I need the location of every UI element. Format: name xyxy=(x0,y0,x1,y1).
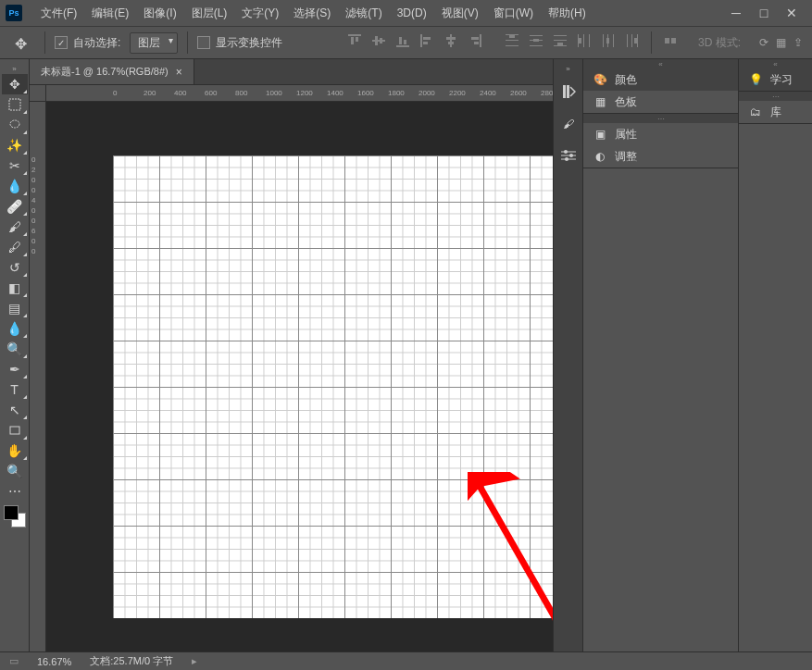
show-transform-checkbox[interactable] xyxy=(197,36,210,49)
panel-label: 学习 xyxy=(770,72,793,88)
statusbar: ▭ 16.67% 文档:25.7M/0 字节 ▸ xyxy=(0,651,812,670)
current-tool-icon[interactable] xyxy=(9,32,35,53)
menu-layer[interactable]: 图层(L) xyxy=(184,2,235,25)
d3-mode-label: 3D 模式: xyxy=(698,35,741,51)
move-tool[interactable]: ✥ xyxy=(2,74,28,94)
minimize-button[interactable]: ─ xyxy=(729,6,743,20)
distribute-vcenter-icon[interactable] xyxy=(527,31,545,50)
crop-tool[interactable]: ✂ xyxy=(2,155,28,176)
hand-tool[interactable]: ✋ xyxy=(2,440,28,461)
d3-pan-icon[interactable]: ▦ xyxy=(776,36,786,49)
distribute-bottom-icon[interactable] xyxy=(551,31,569,50)
svg-rect-30 xyxy=(578,34,579,47)
palette-icon: 🎨 xyxy=(593,72,607,87)
distribute-top-icon[interactable] xyxy=(503,31,521,50)
type-tool[interactable]: T xyxy=(2,379,28,400)
align-left-icon[interactable] xyxy=(418,31,436,50)
panel-drag-handle[interactable]: ⋯ xyxy=(739,92,812,101)
distribute-right-icon[interactable] xyxy=(623,31,642,50)
settings-panel-icon[interactable] xyxy=(556,143,581,168)
svg-rect-33 xyxy=(579,38,581,43)
menu-edit[interactable]: 编辑(E) xyxy=(84,2,136,25)
brush-tool[interactable]: 🖌 xyxy=(2,217,28,237)
lasso-tool[interactable] xyxy=(2,115,28,135)
magic-wand-tool[interactable]: ✨ xyxy=(2,135,28,155)
align-top-icon[interactable] xyxy=(345,31,364,50)
align-vcenter-icon[interactable] xyxy=(369,31,388,50)
foreground-color-swatch[interactable] xyxy=(4,505,19,520)
pen-tool[interactable]: ✒ xyxy=(2,359,28,379)
auto-align-icon[interactable] xyxy=(661,31,680,50)
align-hcenter-icon[interactable] xyxy=(442,31,460,50)
adjustments-icon: ◐ xyxy=(593,149,607,164)
svg-rect-3 xyxy=(372,40,385,42)
color-panel-tab[interactable]: 🎨颜色 xyxy=(583,68,738,91)
maximize-button[interactable]: □ xyxy=(756,6,771,20)
menu-view[interactable]: 视图(V) xyxy=(434,2,486,25)
divider xyxy=(651,31,652,54)
share-icon[interactable]: ⇪ xyxy=(793,36,803,49)
panel-collapse-handle[interactable]: » xyxy=(0,63,29,74)
brush-panel-icon[interactable]: 🖌 xyxy=(556,111,581,137)
learn-panel-tab[interactable]: 💡学习 xyxy=(739,68,812,91)
svg-rect-1 xyxy=(351,37,354,44)
clone-stamp-tool[interactable]: 🖋 xyxy=(2,237,28,257)
menu-image[interactable]: 图像(I) xyxy=(136,2,183,25)
vertical-ruler[interactable]: 0200400600 xyxy=(30,102,46,651)
menu-type[interactable]: 文字(Y) xyxy=(234,2,286,25)
dodge-tool[interactable]: 🔍 xyxy=(2,339,28,359)
path-select-tool[interactable]: ↖ xyxy=(2,400,28,420)
svg-rect-25 xyxy=(533,39,539,42)
panel-drag-handle[interactable]: ⋯ xyxy=(583,114,738,123)
auto-select-checkbox[interactable] xyxy=(55,36,68,49)
svg-rect-16 xyxy=(471,37,479,40)
libraries-panel-tab[interactable]: 🗂库 xyxy=(739,101,812,123)
svg-rect-18 xyxy=(506,34,518,35)
canvas-viewport[interactable] xyxy=(46,102,553,651)
blur-tool[interactable]: 💧 xyxy=(2,318,28,339)
menu-file[interactable]: 文件(F) xyxy=(33,2,84,25)
horizontal-ruler[interactable]: 0200400600800100012001400160018002000220… xyxy=(46,85,553,102)
align-bottom-icon[interactable] xyxy=(394,31,412,50)
menu-window[interactable]: 窗口(W) xyxy=(486,2,541,25)
distribute-hcenter-icon[interactable] xyxy=(599,31,618,50)
svg-rect-6 xyxy=(396,45,409,47)
svg-point-45 xyxy=(10,120,19,128)
align-right-icon[interactable] xyxy=(466,31,484,50)
rectangle-tool[interactable] xyxy=(2,420,28,440)
panel-collapse-handle[interactable]: « xyxy=(583,59,738,68)
document-tab[interactable]: 未标题-1 @ 16.7%(RGB/8#) × xyxy=(30,59,194,84)
adjustments-panel-tab[interactable]: ◐调整 xyxy=(583,145,738,168)
svg-rect-46 xyxy=(10,427,19,434)
gradient-tool[interactable]: ▤ xyxy=(2,298,28,318)
color-swatches[interactable] xyxy=(4,505,26,527)
properties-panel-tab[interactable]: ▣属性 xyxy=(583,123,738,145)
svg-rect-28 xyxy=(554,45,567,46)
marquee-tool[interactable] xyxy=(2,94,28,115)
panel-label: 色板 xyxy=(615,94,637,110)
zoom-tool[interactable]: 🔍 xyxy=(2,461,28,481)
panel-collapse-handle[interactable]: « xyxy=(739,59,812,68)
distribute-left-icon[interactable] xyxy=(575,31,593,50)
menu-3d[interactable]: 3D(D) xyxy=(390,3,434,23)
document-info[interactable]: 文档:25.7M/0 字节 xyxy=(90,654,173,668)
menu-filter[interactable]: 滤镜(T) xyxy=(338,2,389,25)
auto-select-target-select[interactable]: 图层 xyxy=(130,32,178,54)
edit-toolbar[interactable]: ⋯ xyxy=(2,481,28,502)
swatches-panel-tab[interactable]: ▦色板 xyxy=(583,91,738,113)
eraser-tool[interactable]: ◧ xyxy=(2,278,28,298)
svg-rect-22 xyxy=(530,35,543,36)
history-panel-icon[interactable] xyxy=(556,80,581,105)
eyedropper-tool[interactable]: 💧 xyxy=(2,176,28,196)
status-icon: ▭ xyxy=(9,655,19,667)
zoom-level[interactable]: 16.67% xyxy=(37,656,71,667)
panel-collapse-handle[interactable]: » xyxy=(566,65,569,74)
close-tab-icon[interactable]: × xyxy=(176,66,182,79)
options-bar: 自动选择: 图层 显示变换控件 3D 模式: ⟳ ▦ ⇪ xyxy=(0,26,812,59)
history-brush-tool[interactable]: ↺ xyxy=(2,257,28,278)
d3-orbit-icon[interactable]: ⟳ xyxy=(759,36,768,49)
menu-select[interactable]: 选择(S) xyxy=(286,2,338,25)
close-button[interactable]: ✕ xyxy=(784,6,799,20)
menu-help[interactable]: 帮助(H) xyxy=(541,2,593,25)
healing-brush-tool[interactable]: 🩹 xyxy=(2,196,28,217)
